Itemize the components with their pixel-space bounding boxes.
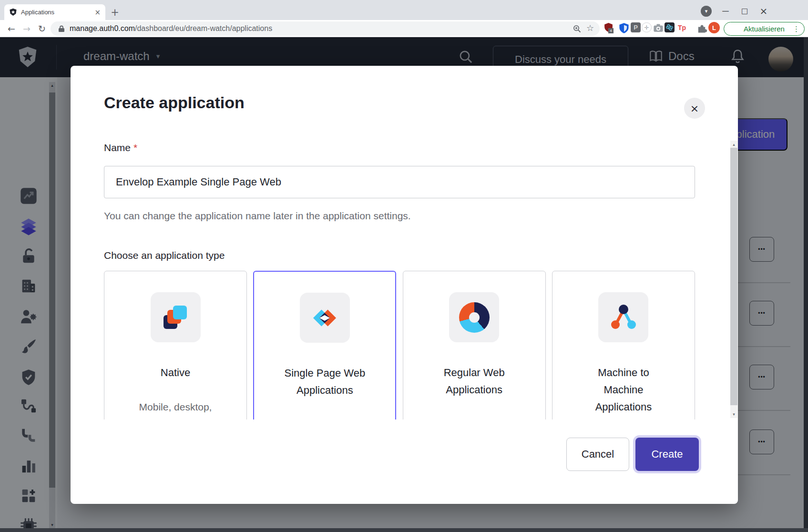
spa-icon	[300, 293, 350, 343]
update-button-label: Aktualisieren	[744, 25, 785, 33]
required-asterisk: *	[133, 142, 137, 153]
cancel-button[interactable]: Cancel	[566, 438, 629, 471]
card-description: Mobile, desktop, CLI and smart	[133, 399, 217, 419]
extensions-puzzle-icon[interactable]	[696, 22, 707, 34]
card-title: Machine to Machine Applications	[582, 364, 665, 416]
modal-close-icon[interactable]: ×	[684, 98, 705, 119]
card-single-page-web[interactable]: Single Page Web Applications A JavaScrip…	[253, 271, 396, 419]
url-text[interactable]: manage.auth0.com/dashboard/eu/dream-watc…	[70, 24, 272, 33]
camera-extension-icon[interactable]	[653, 22, 664, 34]
bookmark-star-icon[interactable]: ☆	[586, 23, 594, 33]
react-devtools-extension-icon[interactable]	[665, 22, 675, 32]
modal-title: Create application	[104, 93, 245, 112]
card-description: Traditional web	[432, 416, 516, 419]
browser-toolbar: ← → ↻ manage.auth0.com/dashboard/eu/drea…	[0, 20, 808, 37]
regular-web-icon	[449, 292, 499, 342]
update-button[interactable]: Aktualisieren ⋮	[724, 22, 805, 36]
forward-button[interactable]: →	[20, 20, 33, 37]
tab-strip: Applications × + ▾ — □ ×	[0, 0, 808, 20]
new-tab-button[interactable]: +	[109, 4, 121, 20]
native-icon	[151, 292, 201, 342]
card-title: Single Page Web Applications	[283, 365, 367, 399]
browser-window: Applications × + ▾ — □ × ← → ↻ manage.au…	[0, 0, 808, 532]
create-application-modal: Create application × Name* You can chang…	[71, 66, 738, 504]
update-menu-dots-icon[interactable]: ⋮	[793, 25, 800, 33]
window-minimize-button[interactable]: —	[716, 4, 735, 18]
tab-close-icon[interactable]: ×	[94, 8, 101, 17]
p-extension-icon[interactable]: P	[631, 22, 641, 32]
card-description: A JavaScript	[283, 416, 367, 419]
modal-scrollbar-thumb[interactable]	[730, 148, 737, 405]
application-type-cards: Native Mobile, desktop, CLI and smart Si…	[104, 271, 695, 419]
zoom-icon[interactable]	[573, 25, 581, 33]
browser-menu-chevron-icon[interactable]: ▾	[701, 6, 712, 17]
ublock-badge: 4	[608, 28, 614, 33]
card-title: Regular Web Applications	[432, 364, 516, 399]
window-close-button[interactable]: ×	[754, 4, 773, 18]
profile-avatar-button[interactable]: L	[708, 22, 720, 33]
lock-icon	[58, 25, 65, 32]
bitwarden-extension-icon[interactable]	[618, 22, 630, 34]
tab-title: Applications	[21, 9, 94, 16]
back-button[interactable]: ←	[5, 20, 18, 37]
create-button[interactable]: Create	[635, 438, 699, 471]
modal-scroll-up-icon[interactable]: ▴	[730, 141, 737, 148]
modal-scroll-down-icon[interactable]: ▾	[730, 411, 737, 418]
reload-button[interactable]: ↻	[35, 20, 49, 37]
modal-scrollbar-track[interactable]: ▴ ▾	[730, 141, 737, 418]
application-name-input[interactable]	[104, 166, 695, 198]
ublock-extension-icon[interactable]: 4	[603, 22, 615, 34]
m2m-icon	[598, 292, 648, 342]
name-helper-text: You can change the application name late…	[104, 210, 411, 222]
window-maximize-button[interactable]: □	[735, 4, 754, 18]
card-native[interactable]: Native Mobile, desktop, CLI and smart	[104, 271, 247, 419]
move-extension-icon[interactable]: ✛	[642, 22, 652, 32]
auth0-favicon-icon	[9, 8, 17, 16]
name-label: Name*	[104, 142, 137, 153]
card-machine-to-machine[interactable]: Machine to Machine Applications	[552, 271, 695, 419]
tp-extension-icon[interactable]: Tp	[676, 22, 687, 32]
browser-tab-applications[interactable]: Applications ×	[4, 4, 105, 20]
application-type-label: Choose an application type	[104, 250, 225, 261]
card-regular-web[interactable]: Regular Web Applications Traditional web	[403, 271, 546, 419]
card-title: Native	[133, 364, 217, 381]
address-bar[interactable]: manage.auth0.com/dashboard/eu/dream-watc…	[51, 21, 600, 36]
